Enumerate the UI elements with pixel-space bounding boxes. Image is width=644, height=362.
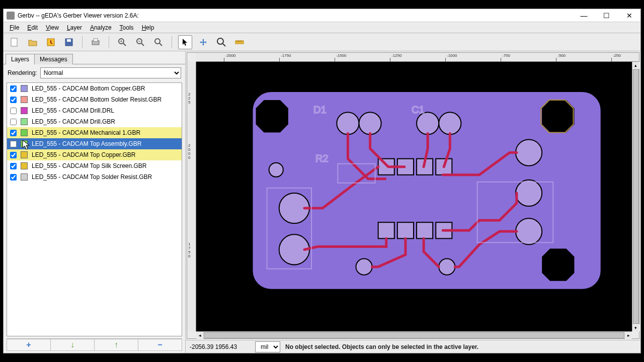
layer-color-swatch[interactable] xyxy=(21,96,28,103)
toolbar-sep xyxy=(109,36,109,48)
menu-edit[interactable]: Edit xyxy=(23,23,42,32)
layer-name: LED_555 - CADCAM Drill.GBR xyxy=(32,118,115,125)
layer-down-button[interactable]: ↓ xyxy=(51,339,95,351)
svg-text:C1: C1 xyxy=(412,104,425,115)
menu-layer[interactable]: Layer xyxy=(63,23,86,32)
minimize-button[interactable]: — xyxy=(573,9,595,22)
zoom-tool-icon[interactable] xyxy=(214,35,228,49)
layer-name: LED_555 - CADCAM Bottom Solder Resist.GB… xyxy=(32,96,162,103)
layer-row[interactable]: LED_555 - CADCAM Top Solder Resist.GBR xyxy=(7,171,182,183)
svg-text:R2: R2 xyxy=(315,153,329,164)
layer-add-button[interactable]: + xyxy=(7,339,51,351)
status-coords: -2056.39 1956.43 xyxy=(190,343,250,350)
window-title: Gerbv -- gEDA's Gerber Viewer version 2.… xyxy=(18,12,573,19)
svg-marker-23 xyxy=(256,100,288,132)
layer-visible-checkbox[interactable] xyxy=(10,152,17,158)
svg-marker-26 xyxy=(542,248,574,281)
layer-color-swatch[interactable] xyxy=(21,85,28,92)
close-button[interactable]: ✕ xyxy=(618,9,640,22)
layer-visible-checkbox[interactable] xyxy=(10,85,17,92)
layer-visible-checkbox[interactable] xyxy=(10,119,17,125)
layer-row[interactable]: LED_555 - CADCAM Top Copper.GBR xyxy=(7,149,182,160)
maximize-button[interactable]: ☐ xyxy=(595,9,618,22)
layer-row[interactable]: LED_555 - CADCAM Mechanical 1.GBR xyxy=(7,127,182,138)
svg-point-32 xyxy=(516,180,542,206)
menu-view[interactable]: View xyxy=(42,23,63,32)
layer-color-swatch[interactable] xyxy=(21,129,28,136)
scrollbar-vertical[interactable]: ▴ ▾ xyxy=(632,62,639,331)
layer-visible-checkbox[interactable] xyxy=(10,174,17,180)
zoom-fit-icon[interactable] xyxy=(151,35,166,49)
ruler-vertical: 2 2 5 2 0 0 0 1 7 5 0 xyxy=(187,62,196,331)
svg-line-16 xyxy=(223,44,225,46)
layer-color-swatch[interactable] xyxy=(21,140,28,147)
menu-analyze[interactable]: Analyze xyxy=(86,23,116,32)
layer-visible-checkbox[interactable] xyxy=(10,130,17,136)
scroll-right-icon[interactable]: ▸ xyxy=(625,332,632,339)
new-file-icon[interactable] xyxy=(8,35,22,49)
save-icon[interactable] xyxy=(62,35,76,49)
layer-row[interactable]: LED_555 - CADCAM Top Assembly.GBR xyxy=(7,138,182,149)
toolbar-sep xyxy=(82,36,83,48)
layer-toolbar: + ↓ ↑ − xyxy=(7,338,182,351)
rendering-label: Rendering: xyxy=(8,69,37,76)
rendering-row: Rendering: Normal xyxy=(4,64,185,81)
scrollbar-horizontal[interactable]: ◂ ▸ xyxy=(196,331,632,338)
scroll-up-icon[interactable]: ▴ xyxy=(632,62,639,69)
svg-rect-17 xyxy=(235,41,244,44)
layer-visible-checkbox[interactable] xyxy=(10,163,17,169)
menu-help[interactable]: Help xyxy=(138,23,158,32)
menu-tools[interactable]: Tools xyxy=(116,23,138,32)
layer-visible-checkbox[interactable] xyxy=(10,108,17,114)
layer-list[interactable]: LED_555 - CADCAM Bottom Copper.GBRLED_55… xyxy=(7,82,182,336)
layer-color-swatch[interactable] xyxy=(21,173,28,180)
rendering-select[interactable]: Normal xyxy=(40,67,181,78)
revert-icon[interactable] xyxy=(44,35,58,49)
layer-row[interactable]: LED_555 - CADCAM Bottom Copper.GBR xyxy=(7,83,182,94)
layer-row[interactable]: LED_555 - CADCAM Drill.GBR xyxy=(7,116,182,127)
layer-visible-checkbox[interactable] xyxy=(10,97,17,103)
open-file-icon[interactable] xyxy=(26,35,40,49)
zoom-out-icon[interactable] xyxy=(133,35,147,49)
svg-line-11 xyxy=(141,43,144,46)
svg-text:D1: D1 xyxy=(313,104,327,115)
unit-select[interactable]: mil xyxy=(255,341,280,352)
svg-point-13 xyxy=(155,39,160,44)
layer-color-swatch[interactable] xyxy=(21,151,28,158)
svg-point-38 xyxy=(439,259,455,275)
tab-messages[interactable]: Messages xyxy=(34,54,73,64)
menu-file[interactable]: File xyxy=(6,23,23,32)
layer-name: LED_555 - CADCAM Drill.DRL xyxy=(32,107,114,114)
svg-point-30 xyxy=(439,112,461,134)
tab-layers[interactable]: Layers xyxy=(6,54,35,64)
svg-rect-43 xyxy=(378,222,394,238)
layer-row[interactable]: LED_555 - CADCAM Drill.DRL xyxy=(7,105,182,116)
toolbar xyxy=(4,33,640,51)
print-icon[interactable] xyxy=(89,35,103,49)
svg-point-37 xyxy=(356,259,372,275)
pointer-tool-icon[interactable] xyxy=(178,35,192,49)
scroll-thumb-v[interactable] xyxy=(633,69,639,324)
layer-color-swatch[interactable] xyxy=(21,162,28,169)
layer-row[interactable]: LED_555 - CADCAM Top Silk Screen.GBR xyxy=(7,160,182,171)
measure-tool-icon[interactable] xyxy=(232,35,247,49)
scroll-down-icon[interactable]: ▾ xyxy=(632,324,639,331)
scroll-thumb-h[interactable] xyxy=(204,332,624,338)
layer-row[interactable]: LED_555 - CADCAM Bottom Solder Resist.GB… xyxy=(7,94,182,105)
svg-point-29 xyxy=(417,112,439,134)
layer-color-swatch[interactable] xyxy=(21,118,28,125)
layer-up-button[interactable]: ↑ xyxy=(95,339,138,351)
layer-name: LED_555 - CADCAM Top Silk Screen.GBR xyxy=(32,162,147,169)
pan-tool-icon[interactable] xyxy=(196,35,210,49)
layer-name: LED_555 - CADCAM Top Solder Resist.GBR xyxy=(32,173,152,180)
zoom-in-icon[interactable] xyxy=(115,35,129,49)
scroll-left-icon[interactable]: ◂ xyxy=(196,332,203,339)
layer-color-swatch[interactable] xyxy=(21,107,28,114)
layer-visible-checkbox[interactable] xyxy=(10,141,17,147)
svg-point-28 xyxy=(359,112,381,134)
layer-remove-button[interactable]: − xyxy=(138,339,182,351)
gerber-canvas[interactable]: D1 C1 R2 xyxy=(196,62,632,331)
toolbar-sep xyxy=(172,36,172,48)
canvas-wrap: -2000-1750-1500-1250-1000-750-500-250 2 … xyxy=(187,52,639,339)
svg-point-31 xyxy=(516,139,542,165)
